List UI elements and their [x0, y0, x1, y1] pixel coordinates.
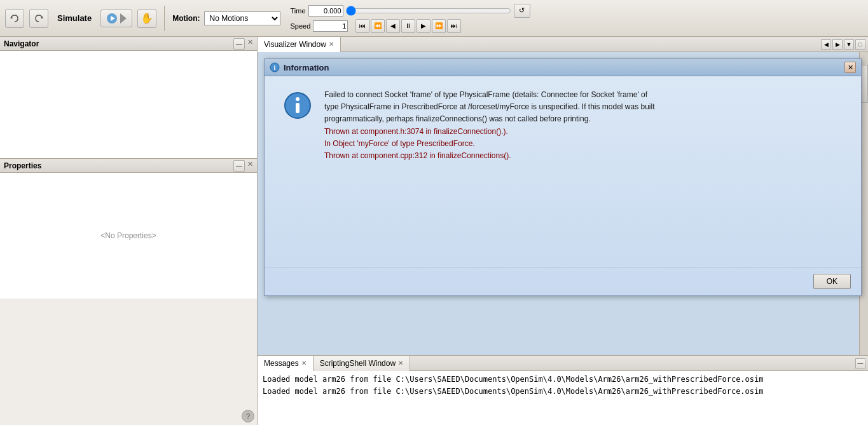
dialog-close-button[interactable]: ✕ — [844, 62, 856, 73]
navigator-content — [0, 51, 257, 158]
scripting-shell-tab[interactable]: ScriptingShell Window ✕ — [313, 356, 410, 371]
loop-button[interactable]: ↺ — [514, 4, 530, 18]
time-speed-group: Time ↺ Speed ⏮ ⏪ ◀ ⏸ ▶ ⏩ ⏭ — [291, 4, 530, 33]
pause-button[interactable]: ⏸ — [401, 19, 415, 33]
svg-rect-9 — [296, 103, 300, 113]
run-button[interactable] — [100, 10, 132, 27]
navigator-close-button[interactable]: ✕ — [247, 38, 253, 50]
left-panel: Navigator — ✕ Properties — ✕ <No Propert… — [0, 37, 258, 425]
hand-icon: ✋ — [141, 12, 153, 24]
navigator-title: Navigator — [4, 39, 39, 48]
log-line-1: Loaded model arm26 from file C:\Users\SA… — [263, 374, 863, 386]
properties-panel: Properties — ✕ <No Properties> — [0, 159, 257, 299]
properties-minimize-button[interactable]: — — [233, 160, 245, 172]
visualizer-content: Welcome to OpenSim! i Information — [258, 52, 868, 355]
navigator-header: Navigator — ✕ — [0, 37, 257, 51]
dialog-message: Failed to connect Socket 'frame' of type… — [324, 89, 842, 254]
hand-tool-button[interactable]: ✋ — [137, 9, 156, 28]
bottom-content: Loaded model arm26 from file C:\Users\SA… — [258, 371, 868, 425]
left-panel-footer: ? — [0, 299, 257, 425]
tab-ctrl-menu[interactable]: ▼ — [844, 39, 854, 50]
play-button[interactable]: ▶ — [417, 19, 431, 33]
messages-tab-close[interactable]: ✕ — [301, 360, 307, 367]
dialog-titlebar: i Information ✕ — [265, 59, 861, 76]
step-forward-button[interactable]: ⏩ — [432, 19, 446, 33]
properties-header: Properties — ✕ — [0, 159, 257, 173]
bottom-tabbar: Messages ✕ ScriptingShell Window ✕ — — [258, 356, 868, 371]
speed-label: Speed — [291, 22, 311, 30]
toolbar: Simulate ✋ Motion: No Motions Time ↺ Spe… — [0, 0, 868, 37]
separator — [164, 6, 165, 31]
visualizer-tab[interactable]: Visualizer Window ✕ — [258, 37, 341, 52]
tab-ctrl-max[interactable]: □ — [855, 39, 865, 50]
motion-label: Motion: — [172, 14, 200, 23]
time-label: Time — [291, 7, 306, 15]
motion-select[interactable]: No Motions — [204, 11, 280, 25]
skip-to-start-button[interactable]: ⏮ — [355, 19, 369, 33]
visualizer-tabbar: Visualizer Window ✕ ◀ ▶ ▼ □ — [258, 37, 868, 52]
navigator-panel: Navigator — ✕ — [0, 37, 257, 159]
no-properties-text: <No Properties> — [0, 173, 257, 299]
messages-tab[interactable]: Messages ✕ — [258, 356, 313, 371]
loop-icon: ↺ — [519, 6, 525, 15]
dialog-body: Failed to connect Socket 'frame' of type… — [265, 76, 861, 267]
dialog-title: i Information — [270, 62, 329, 72]
visualizer-tab-close[interactable]: ✕ — [329, 41, 334, 48]
time-slider[interactable] — [346, 6, 511, 16]
step-back-button[interactable]: ⏪ — [371, 19, 385, 33]
bottom-minimize-button[interactable]: — — [855, 358, 865, 368]
back-button[interactable]: ◀ — [386, 19, 400, 33]
simulate-label: Simulate — [57, 13, 92, 23]
svg-point-8 — [296, 97, 300, 101]
navigator-minimize-button[interactable]: — — [233, 38, 245, 50]
visualizer-tab-label: Visualizer Window — [264, 40, 326, 49]
main-layout: Navigator — ✕ Properties — ✕ <No Propert… — [0, 37, 868, 425]
help-icon[interactable]: ? — [242, 410, 254, 422]
tab-ctrl-right[interactable]: ▶ — [832, 39, 843, 50]
svg-marker-4 — [120, 13, 127, 24]
tab-ctrl-left[interactable]: ◀ — [821, 39, 831, 50]
visualizer-tab-controls: ◀ ▶ ▼ □ — [821, 39, 868, 50]
messages-tab-label: Messages — [264, 359, 299, 368]
dialog-footer: OK — [265, 267, 861, 295]
skip-to-end-button[interactable]: ⏭ — [447, 19, 461, 33]
transport-controls: ⏮ ⏪ ◀ ⏸ ▶ ⏩ ⏭ — [355, 19, 461, 33]
right-panel: Visualizer Window ✕ ◀ ▶ ▼ □ Welcome to O… — [258, 37, 868, 425]
bottom-panel: Messages ✕ ScriptingShell Window ✕ — Loa… — [258, 355, 868, 425]
information-dialog: i Information ✕ — [264, 58, 862, 296]
scripting-shell-tab-label: ScriptingShell Window — [320, 359, 396, 368]
time-input[interactable] — [308, 5, 343, 17]
motion-group: Motion: No Motions — [172, 11, 280, 25]
svg-text:i: i — [274, 64, 276, 71]
speed-input[interactable] — [313, 20, 348, 32]
properties-close-button[interactable]: ✕ — [247, 160, 253, 172]
log-line-2: Loaded model arm26 from file C:\Users\SA… — [263, 386, 863, 398]
redo-button[interactable] — [29, 9, 48, 28]
info-title-icon: i — [270, 62, 280, 72]
bottom-tab-controls: — — [855, 358, 868, 368]
properties-title: Properties — [4, 161, 41, 170]
scripting-shell-tab-close[interactable]: ✕ — [398, 360, 403, 367]
ok-button[interactable]: OK — [813, 274, 851, 289]
undo-button[interactable] — [5, 9, 24, 28]
dialog-info-icon — [284, 91, 312, 254]
